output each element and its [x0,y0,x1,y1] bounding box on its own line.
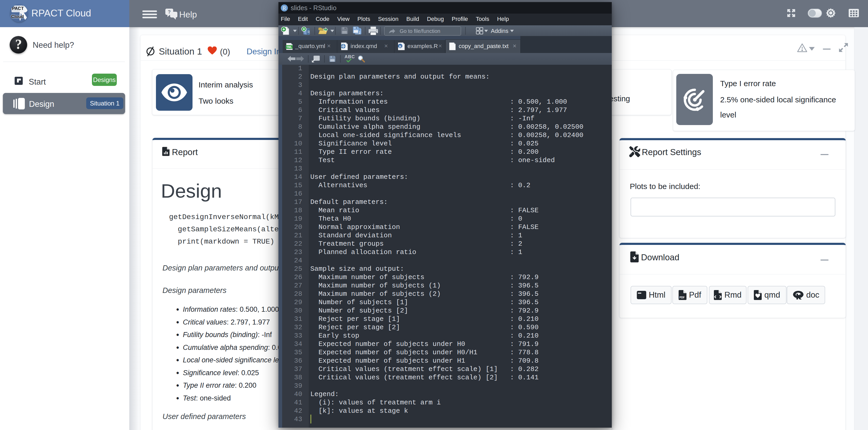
svg-text:?: ? [168,9,171,14]
svg-text:R: R [399,44,401,48]
svg-text:PDF: PDF [679,296,685,299]
svg-text:YML: YML [286,46,292,48]
svg-text:R: R [307,30,310,34]
